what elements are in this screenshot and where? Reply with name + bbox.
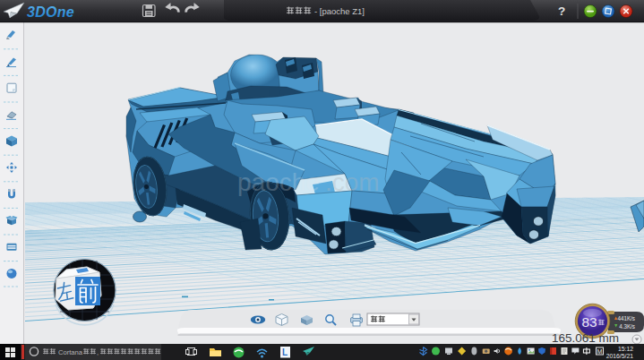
svg-text:- [paoche Z1]: - [paoche Z1] xyxy=(314,6,365,16)
svg-text:3DOne: 3DOne xyxy=(27,4,74,20)
svg-text:15:12: 15:12 xyxy=(618,346,633,352)
svg-text:M: M xyxy=(597,348,603,355)
svg-text:L: L xyxy=(282,347,288,357)
svg-text:.com: .com xyxy=(325,168,380,196)
svg-text:4.3K/s: 4.3K/s xyxy=(619,323,635,330)
svg-text:paoche: paoche xyxy=(237,168,320,196)
svg-text:165.061 mm: 165.061 mm xyxy=(552,331,619,345)
svg-text:2016/5/21: 2016/5/21 xyxy=(606,353,633,359)
svg-text:?: ? xyxy=(558,4,565,18)
svg-text:83: 83 xyxy=(581,314,597,330)
svg-text:Cortana: Cortana xyxy=(58,348,83,356)
svg-text:,: , xyxy=(97,348,99,356)
svg-text:441K/s: 441K/s xyxy=(617,315,635,321)
